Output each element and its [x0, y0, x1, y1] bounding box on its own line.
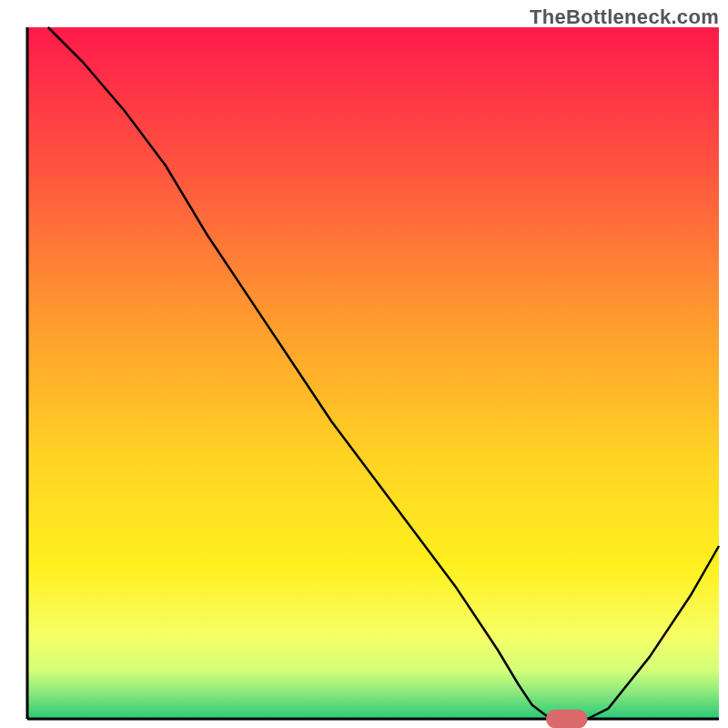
chart-root: TheBottleneck.com	[0, 0, 728, 728]
gradient-background	[27, 27, 719, 719]
optimal-marker	[546, 710, 588, 728]
bottleneck-chart	[0, 0, 728, 728]
